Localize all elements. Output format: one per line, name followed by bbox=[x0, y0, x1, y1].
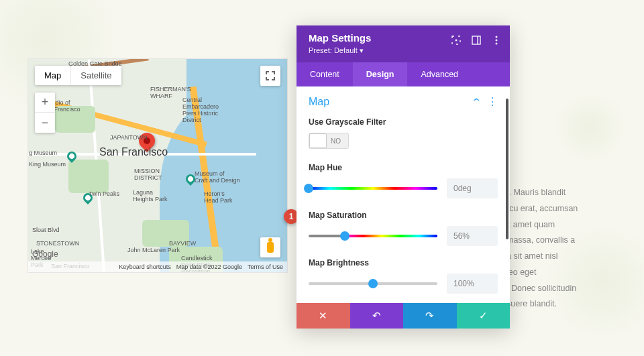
toggle-knob bbox=[309, 133, 327, 148]
expand-button[interactable] bbox=[451, 35, 462, 46]
tab-advanced[interactable]: Advanced bbox=[407, 62, 472, 86]
hue-slider[interactable] bbox=[309, 184, 437, 193]
map-label: Museum of Craft and Design bbox=[195, 170, 240, 184]
redo-icon: ↷ bbox=[425, 310, 434, 322]
undo-button[interactable]: ↶ bbox=[350, 303, 404, 329]
fullscreen-icon bbox=[266, 71, 275, 80]
scrollbar[interactable] bbox=[506, 86, 508, 303]
slider-track bbox=[309, 187, 437, 190]
map-label: Central Embarcadero Piers Historic Distr… bbox=[182, 97, 219, 123]
preset-selector[interactable]: Preset: Default ▾ bbox=[309, 46, 364, 55]
pegman-icon bbox=[267, 242, 274, 253]
brightness-value-input[interactable]: 100% bbox=[447, 274, 498, 294]
keyboard-shortcuts-link[interactable]: Keyboard shortcuts bbox=[119, 263, 171, 270]
more-button[interactable] bbox=[491, 35, 502, 46]
zoom-controls: + − bbox=[35, 93, 55, 133]
bg-blob bbox=[550, 94, 631, 161]
pegman-button[interactable] bbox=[260, 237, 280, 257]
fullscreen-button[interactable] bbox=[260, 66, 280, 86]
map-label: g Museum bbox=[29, 150, 57, 156]
field-grayscale: Use Grayscale Filter NO bbox=[309, 117, 498, 151]
cancel-button[interactable]: ✕ bbox=[297, 303, 350, 329]
grayscale-toggle[interactable]: NO bbox=[309, 133, 349, 149]
map-footer: Keyboard shortcuts Map data ©2022 Google… bbox=[28, 261, 287, 272]
field-label: Use Grayscale Filter bbox=[309, 117, 498, 127]
map-label: Laguna Heights Park bbox=[133, 189, 168, 202]
map-settings-modal: Map Settings Preset: Default ▾ Content D… bbox=[297, 25, 510, 329]
slider-track bbox=[309, 235, 437, 237]
modal-body: Map ⌃ ⋮ Use Grayscale Filter NO Map Hue … bbox=[297, 86, 510, 303]
scrollbar-thumb[interactable] bbox=[506, 99, 508, 239]
map-label: BAYVIEW bbox=[169, 240, 196, 247]
tab-content[interactable]: Content bbox=[297, 62, 353, 86]
map-label: STONESTOWN bbox=[36, 240, 79, 247]
zoom-out-button[interactable]: − bbox=[35, 113, 55, 133]
map-canvas[interactable]: Golden Gate Bridge FISHERMAN'S WHARF Pre… bbox=[28, 59, 287, 272]
map-widget[interactable]: Golden Gate Bridge FISHERMAN'S WHARF Pre… bbox=[28, 58, 288, 273]
field-label: Map Brightness bbox=[309, 258, 498, 268]
panel-icon bbox=[472, 36, 481, 45]
map-type-bar: Map Satellite bbox=[35, 66, 121, 85]
city-label: San Francisco bbox=[99, 146, 168, 158]
undo-icon: ↶ bbox=[372, 310, 381, 322]
check-icon: ✓ bbox=[479, 310, 488, 322]
section-header: Map ⌃ ⋮ bbox=[309, 96, 498, 108]
more-vertical-icon bbox=[495, 36, 498, 45]
tab-design[interactable]: Design bbox=[353, 62, 408, 86]
map-label: John McLaren Park bbox=[127, 247, 180, 253]
terms-link[interactable]: Terms of Use bbox=[248, 263, 283, 270]
map-label: Heron's Head Park bbox=[204, 190, 233, 204]
brightness-slider[interactable] bbox=[309, 279, 437, 288]
map-type-satellite-button[interactable]: Satellite bbox=[71, 66, 121, 85]
svg-point-6 bbox=[496, 43, 498, 45]
field-label: Map Saturation bbox=[309, 211, 498, 220]
svg-point-5 bbox=[496, 40, 498, 42]
modal-tabs: Content Design Advanced bbox=[297, 62, 510, 86]
svg-point-4 bbox=[496, 36, 498, 38]
saturation-slider[interactable] bbox=[309, 231, 437, 241]
redo-button[interactable]: ↷ bbox=[403, 303, 457, 329]
map-label: Sloat Blvd bbox=[32, 227, 60, 233]
slider-thumb[interactable] bbox=[304, 184, 313, 193]
field-label: Map Hue bbox=[309, 163, 498, 172]
slider-thumb[interactable] bbox=[340, 231, 350, 241]
chevron-down-icon: ▾ bbox=[360, 46, 364, 55]
target-icon bbox=[451, 36, 461, 45]
zoom-in-button[interactable]: + bbox=[35, 93, 55, 113]
collapse-button[interactable]: ⌃ bbox=[471, 97, 482, 107]
map-label: MISSION DISTRICT bbox=[134, 168, 162, 181]
field-hue: Map Hue 0deg bbox=[309, 163, 498, 198]
modal-footer: ✕ ↶ ↷ ✓ bbox=[297, 303, 510, 329]
google-logo: Google bbox=[32, 249, 58, 259]
modal-header-icons bbox=[451, 35, 502, 46]
field-saturation: Map Saturation 56% bbox=[309, 211, 498, 246]
park bbox=[68, 160, 109, 193]
preset-label: Preset: Default bbox=[309, 46, 358, 54]
section-title: Map bbox=[309, 96, 329, 108]
modal-header: Map Settings Preset: Default ▾ bbox=[297, 25, 510, 62]
map-attribution: Map data ©2022 Google bbox=[176, 263, 242, 270]
svg-rect-2 bbox=[472, 36, 480, 44]
panel-button[interactable] bbox=[471, 35, 482, 46]
confirm-button[interactable]: ✓ bbox=[457, 303, 511, 329]
map-label: JAPANTOWN bbox=[110, 134, 148, 141]
map-type-map-button[interactable]: Map bbox=[35, 66, 71, 85]
map-label: King Museum bbox=[29, 161, 66, 168]
saturation-value-input[interactable]: 56% bbox=[447, 226, 498, 246]
close-icon: ✕ bbox=[319, 310, 327, 322]
slider-thumb[interactable] bbox=[368, 279, 378, 288]
map-label: Twin Peaks bbox=[89, 190, 119, 197]
toggle-value: NO bbox=[331, 137, 341, 145]
svg-point-1 bbox=[455, 40, 458, 42]
field-brightness: Map Brightness 100% bbox=[309, 258, 498, 294]
hue-value-input[interactable]: 0deg bbox=[447, 178, 498, 198]
section-more-button[interactable]: ⋮ bbox=[487, 97, 498, 107]
page-body-text: t. Mauris blandit rcu erat, accumsan it … bbox=[506, 185, 641, 312]
